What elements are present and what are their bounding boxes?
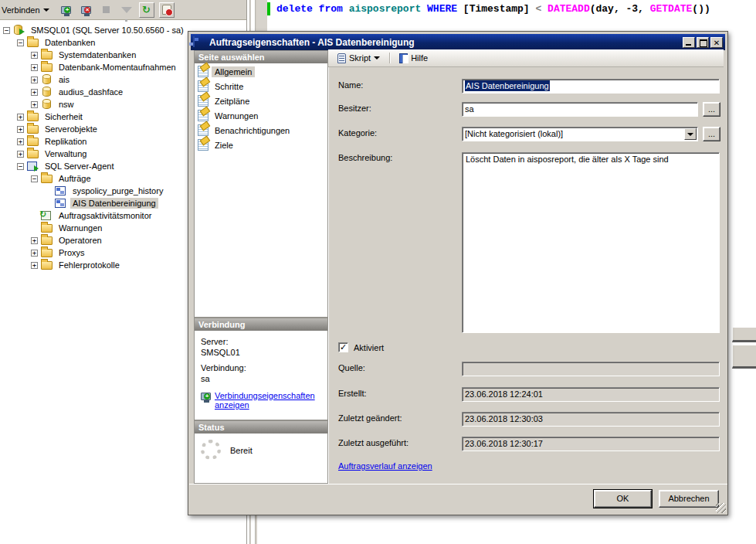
dropdown-arrow-icon[interactable] xyxy=(684,128,697,140)
tree-item[interactable]: +Operatoren xyxy=(31,234,104,246)
tree-item-label: nsw xyxy=(56,99,76,110)
dialog-titlebar[interactable]: Auftragseigenschaften - AIS Datenbereini… xyxy=(191,34,725,50)
page-edit-icon xyxy=(198,66,208,77)
job-icon xyxy=(55,198,67,209)
tree-item[interactable]: AIS Datenbereinigung xyxy=(45,197,158,209)
tree-item[interactable]: +Serverobjekte xyxy=(17,123,100,135)
tree-item[interactable]: syspolicy_purge_history xyxy=(45,185,165,197)
dialog-page-item[interactable]: Ziele xyxy=(195,138,327,151)
expand-icon[interactable]: + xyxy=(31,89,38,96)
owner-input[interactable]: sa xyxy=(462,102,698,117)
refresh-icon: ↻ xyxy=(142,4,151,15)
tree-item-label: Warnungen xyxy=(56,223,104,233)
dialog-title: Auftragseigenschaften - AIS Datenbereini… xyxy=(209,37,681,48)
sql-token: WHERE xyxy=(427,3,463,15)
minimize-button[interactable] xyxy=(683,37,695,48)
dialog-page-item[interactable]: Zeitpläne xyxy=(195,94,327,107)
tree-item[interactable]: −Datenbanken xyxy=(17,36,97,49)
server-label: Server: xyxy=(201,337,321,346)
pages-header: Seite auswählen xyxy=(194,50,328,63)
tree-item[interactable]: +Systemdatenbanken xyxy=(31,49,138,61)
folder-icon xyxy=(41,223,53,233)
sql-token: < xyxy=(535,3,548,15)
help-button[interactable]: Hilfe xyxy=(396,52,431,65)
expand-icon[interactable]: + xyxy=(31,250,38,257)
refresh-button[interactable]: ↻ xyxy=(139,2,154,18)
tree-item[interactable]: +Fehlerprotokolle xyxy=(31,259,122,271)
folder-icon xyxy=(27,37,39,48)
expand-icon[interactable]: + xyxy=(17,114,24,121)
tree-item-label: SQL Server-Agent xyxy=(42,161,116,172)
connect-server-button[interactable]: + xyxy=(59,2,74,18)
tree-item[interactable]: Auftragsaktivitätsmonitor xyxy=(31,209,154,222)
background-splitter-fragment xyxy=(732,345,756,369)
tree-item[interactable]: −SQL Server-Agent xyxy=(17,160,116,172)
collapse-icon[interactable]: − xyxy=(17,39,24,46)
tree-item[interactable]: +Datenbank-Momentaufnahmen xyxy=(31,61,178,73)
tree-item[interactable]: −SMSQL01 (SQL Server 10.50.6560 - sa) xyxy=(3,24,186,36)
collapse-icon[interactable]: − xyxy=(31,175,38,182)
modified-label: Zuletzt geändert: xyxy=(338,413,402,423)
resize-grip[interactable] xyxy=(716,503,726,513)
tree-item[interactable]: Warnungen xyxy=(31,222,104,234)
tree-item-label: AIS Datenbereinigung xyxy=(70,198,158,209)
expand-icon[interactable]: + xyxy=(31,64,38,71)
script-error-button[interactable] xyxy=(159,2,175,18)
tree-item-label: Datenbanken xyxy=(42,37,97,48)
disconnect-server-button[interactable]: × xyxy=(79,2,94,18)
tree-item[interactable]: +Proxys xyxy=(31,246,87,259)
script-menu-button[interactable]: Skript xyxy=(334,52,383,65)
expand-icon[interactable]: + xyxy=(17,138,24,145)
dialog-toolbar: Skript Hilfe xyxy=(328,49,724,67)
expand-icon[interactable]: + xyxy=(31,76,38,83)
script-error-icon xyxy=(162,5,171,15)
status-panel: Bereit xyxy=(194,434,328,484)
stop-button xyxy=(99,2,114,18)
server-icon xyxy=(13,25,25,36)
help-icon xyxy=(399,53,408,63)
category-dropdown[interactable]: [Nicht kategorisiert (lokal)] xyxy=(462,127,698,141)
tree-item[interactable]: +Verwaltung xyxy=(17,148,89,160)
database-icon xyxy=(41,99,53,110)
collapse-icon[interactable]: − xyxy=(17,163,24,170)
tree-item[interactable]: −Aufträge xyxy=(31,172,93,185)
name-input[interactable]: AIS Datenbereinigung xyxy=(462,79,720,94)
dialog-page-item[interactable]: Schritte xyxy=(195,80,327,93)
name-value: AIS Datenbereinigung xyxy=(465,80,550,91)
sql-token: ()) xyxy=(692,3,710,15)
close-button[interactable] xyxy=(710,37,723,48)
view-job-history-link[interactable]: Auftragsverlauf anzeigen xyxy=(338,461,432,471)
cancel-button[interactable]: Abbrechen xyxy=(659,490,719,508)
tree-item[interactable]: +Sicherheit xyxy=(17,110,85,123)
tree-item[interactable]: +audius_dashface xyxy=(31,86,125,98)
collapse-icon[interactable]: − xyxy=(3,27,10,34)
view-connection-properties-link[interactable]: Verbindungseigenschaften anzeigen xyxy=(215,391,321,410)
ok-button[interactable]: OK xyxy=(594,490,652,508)
tree-item[interactable]: +ais xyxy=(31,73,72,86)
source-label: Quelle: xyxy=(338,363,365,372)
background-scrollbar-fragment xyxy=(732,328,756,342)
expand-icon[interactable]: + xyxy=(31,262,38,269)
expand-icon[interactable]: + xyxy=(31,237,38,244)
expand-icon[interactable]: + xyxy=(31,101,38,108)
dialog-page-item[interactable]: Allgemein xyxy=(195,65,327,78)
dialog-page-label: Schritte xyxy=(212,81,246,92)
expand-icon[interactable]: + xyxy=(31,52,38,59)
dialog-page-label: Benachrichtigungen xyxy=(212,125,293,136)
description-textarea[interactable]: Löscht Daten in aisposreport, die älter … xyxy=(462,152,720,333)
dialog-page-item[interactable]: Warnungen xyxy=(195,109,327,122)
expand-icon[interactable]: + xyxy=(17,126,24,133)
dialog-page-label: Ziele xyxy=(212,140,236,151)
tree-item[interactable]: +nsw xyxy=(31,98,76,110)
tree-item[interactable]: +Replikation xyxy=(17,135,89,148)
expand-icon[interactable]: + xyxy=(17,151,24,158)
connect-dropdown-button[interactable]: Verbinden xyxy=(0,4,54,16)
connection-panel: Server: SMSQL01 Verbindung: sa + Verbind… xyxy=(194,331,328,420)
sql-statement[interactable]: delete from aisposreport WHERE [Timestam… xyxy=(276,3,710,15)
owner-browse-button[interactable]: ... xyxy=(703,102,720,117)
enabled-checkbox[interactable]: ✓ xyxy=(338,342,348,352)
chevron-down-icon xyxy=(43,8,49,12)
maximize-button[interactable] xyxy=(697,37,709,48)
category-browse-button[interactable]: ... xyxy=(703,127,720,141)
dialog-page-item[interactable]: Benachrichtigungen xyxy=(195,124,327,137)
